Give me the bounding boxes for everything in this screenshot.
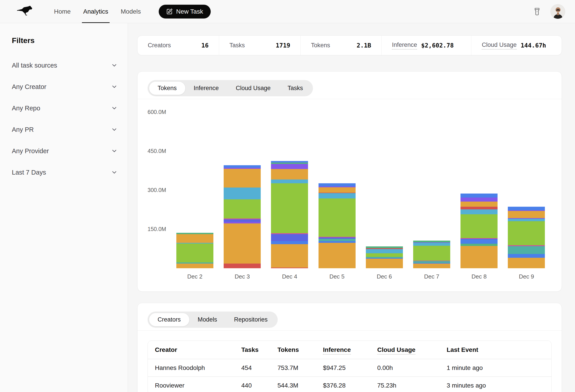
nav-item-models[interactable]: Models [115,0,147,23]
bar-segment-seagreen [460,244,498,246]
bar-segment-orange [318,187,356,193]
filter-label: Any Repo [12,105,40,112]
nav-item-home[interactable]: Home [48,0,77,23]
x-axis-label: Dec 8 [460,273,498,280]
topbar-right [533,4,565,19]
stat-inference[interactable]: Inference$2,602.78 [382,36,471,55]
x-axis-label: Dec 4 [271,273,308,280]
bar-dec-5[interactable] [318,183,356,268]
x-axis-label: Dec 3 [224,273,261,280]
avatar[interactable] [551,4,565,19]
filter-any-pr[interactable]: Any PR [12,119,118,140]
x-axis-label: Dec 7 [413,273,450,280]
bar-segment-skyblue [271,179,308,183]
bar-segment-green [508,221,545,245]
bar-segment-green [318,198,356,237]
stat-label: Tokens [311,42,330,49]
bar-dec-2[interactable] [176,233,213,268]
filter-all-task-sources[interactable]: All task sources [12,55,118,76]
cell-value: 753.7M [277,359,323,377]
column-header-label: Tasks [241,346,259,353]
bar-segment-blue [271,241,308,244]
table-row[interactable]: Rooviewer440544.3M$376.2875.23h3 minutes… [148,377,551,392]
column-header-cloud-usage[interactable]: Cloud Usage [377,341,447,359]
topbar-left: HomeAnalyticsModels New Task [14,0,211,23]
bar-segment-orange [413,263,450,268]
bar-segment-green [366,253,403,257]
bar-segment-orange [460,202,498,206]
chart-tab-tasks[interactable]: Tasks [279,82,311,95]
stat-value: 2.1B [357,42,371,49]
filters-sidebar: Filters All task sourcesAny CreatorAny R… [0,23,128,392]
bar-dec-8[interactable] [460,194,498,268]
bar-dec-7[interactable] [413,240,450,268]
chevron-down-icon [111,62,118,69]
filters-title: Filters [12,36,118,45]
filter-any-provider[interactable]: Any Provider [12,140,118,162]
nav-item-analytics[interactable]: Analytics [77,0,115,23]
column-header-inference[interactable]: Inference [323,341,377,359]
chart-tab-inference[interactable]: Inference [185,82,227,95]
new-task-button[interactable]: New Task [159,5,211,19]
chart-card: TokensInferenceCloud UsageTasks 600.0M45… [137,71,562,292]
stat-label: Inference [392,42,417,49]
tokens-stacked-bar-chart: 600.0M450.0M300.0M150.0MDec 2Dec 3Dec 4D… [138,99,562,291]
bar-segment-skyblue [318,193,356,198]
bar-segment-skyblue [224,188,261,199]
flashlight-icon[interactable] [533,8,541,16]
chart-tab-cloud-usage[interactable]: Cloud Usage [227,82,279,95]
x-axis-label: Dec 2 [176,273,213,280]
bar-segment-purple [224,222,261,223]
stat-cloud-usage[interactable]: Cloud Usage144.67h [471,36,562,55]
bar-segment-red [224,263,261,268]
bar-segment-indigo [271,234,308,241]
column-header-label: Cloud Usage [377,346,415,354]
chart-tab-tokens[interactable]: Tokens [149,82,185,95]
main-content: Creators16Tasks1719Tokens2.1BInference$2… [128,23,575,392]
filter-any-repo[interactable]: Any Repo [12,97,118,119]
new-task-icon [166,8,172,15]
breakdown-tab-models[interactable]: Models [189,313,226,326]
stat-tokens[interactable]: Tokens2.1B [300,36,382,55]
bar-segment-orange [460,246,498,268]
bar-segment-blue [224,165,261,168]
breakdown-tab-creators[interactable]: Creators [149,313,189,326]
column-header-label: Creator [155,346,177,353]
breakdown-tabs-row: CreatorsModelsRepositories [138,303,562,331]
filter-any-creator[interactable]: Any Creator [12,76,118,97]
bar-segment-blue [318,183,356,186]
chevron-down-icon [111,169,118,176]
stat-value: 16 [201,42,209,49]
creators-table-card: CreatorTasksTokensInferenceCloud UsageLa… [147,341,551,392]
breakdown-tab-repositories[interactable]: Repositories [226,313,276,326]
bar-dec-4[interactable] [271,161,308,268]
bar-segment-blue [271,161,308,163]
bar-segment-orange [224,223,261,263]
filter-last-7-days[interactable]: Last 7 Days [12,162,118,183]
topbar: HomeAnalyticsModels New Task [0,0,575,23]
stat-creators[interactable]: Creators16 [138,36,219,55]
bar-segment-skyblue [413,243,450,246]
bar-dec-9[interactable] [508,207,545,268]
bar-dec-6[interactable] [366,246,403,268]
x-axis-label: Dec 9 [508,273,545,280]
table-row[interactable]: Hannes Roodolph454753.7M$947.250.00h1 mi… [148,359,551,377]
cell-value: 3 minutes ago [447,377,551,392]
column-header-label: Inference [323,346,351,354]
kangaroo-logo[interactable] [14,2,37,21]
bar-dec-3[interactable] [224,165,261,268]
chevron-down-icon [111,83,118,90]
bar-segment-indigo [224,219,261,222]
bar-segment-blue [508,254,545,258]
filter-label: All task sources [12,62,57,69]
stat-tasks[interactable]: Tasks1719 [219,36,301,55]
stat-label: Cloud Usage [482,42,517,49]
y-axis-tick: 150.0M [147,226,166,232]
chart-tabs: TokensInferenceCloud UsageTasks [147,80,313,96]
creator-name: Rooviewer [148,377,241,392]
breakdown-card: CreatorsModelsRepositories CreatorTasksT… [137,303,562,392]
stat-value: 1719 [276,42,290,49]
table-body: Hannes Roodolph454753.7M$947.250.00h1 mi… [148,359,551,392]
cell-value: $947.25 [323,359,377,377]
bar-segment-seagreen [366,246,403,248]
